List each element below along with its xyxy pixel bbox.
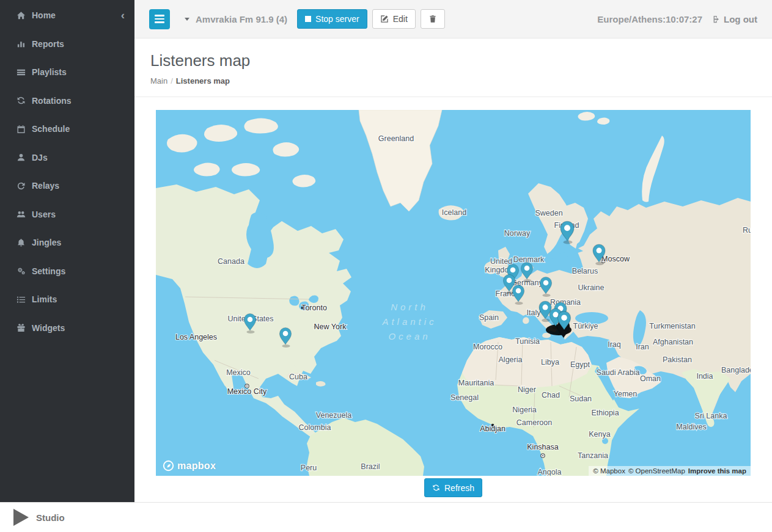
divider <box>134 97 772 97</box>
sidebar-item-label: Home <box>32 10 56 20</box>
map-label: Belarus <box>572 267 598 275</box>
map-label: Maldives <box>676 423 706 431</box>
osm-attribution-link[interactable]: © OpenStreetMap <box>628 467 685 475</box>
map-label: Sudan <box>570 395 592 403</box>
sidebar-item-relays[interactable]: Relays <box>0 172 134 200</box>
home-icon <box>17 11 26 20</box>
map-label: Algeria <box>499 355 523 364</box>
sidebar-menu: Home‹ReportsPlaylistsRotationsScheduleDJ… <box>0 0 134 342</box>
map-label: Bangladesh <box>721 366 751 374</box>
map-label: Iran <box>636 343 649 351</box>
map-label: Sweden <box>535 209 562 217</box>
ocean-label: Ocean <box>388 331 430 341</box>
edit-icon <box>380 15 389 23</box>
refresh-button[interactable]: Refresh <box>424 478 482 497</box>
station-name: Amvrakia Fm 91.9 (4) <box>196 14 287 24</box>
sidebar-item-jingles[interactable]: Jingles <box>0 228 134 257</box>
sidebar-item-home[interactable]: Home‹ <box>0 1 134 30</box>
topbar-right: Europe/Athens:10:07:27 Log out <box>597 14 757 24</box>
mapbox-logo-icon <box>163 460 174 472</box>
refresh-icon <box>432 484 440 492</box>
map-label: Canada <box>218 257 244 266</box>
map-label: Ru <box>743 226 751 235</box>
calendar-icon <box>17 125 26 134</box>
bell-icon <box>17 238 26 247</box>
pin-shadow <box>524 279 532 282</box>
map-label: Spain <box>479 313 499 322</box>
map-city-label: Moscow <box>601 255 630 263</box>
breadcrumb-separator: / <box>171 76 173 86</box>
sidebar-item-limits[interactable]: Limits <box>0 285 134 314</box>
map-attribution: © Mapbox © OpenStreetMap Improve this ma… <box>589 466 751 476</box>
map-label: Tanzania <box>578 451 608 460</box>
menu-toggle-button[interactable] <box>149 9 170 29</box>
capital-dot <box>542 455 543 456</box>
listeners-map[interactable]: CanadaUnited StatesMexicoCubaVenezuelaCo… <box>156 110 751 476</box>
sidebar-item-label: Playlists <box>32 67 67 77</box>
sidebar-item-djs[interactable]: DJs <box>0 144 134 172</box>
breadcrumb-main-link[interactable]: Main <box>150 76 167 86</box>
edit-button[interactable]: Edit <box>372 9 416 29</box>
breadcrumb: Main/Listeners map <box>150 76 772 86</box>
user-icon <box>17 153 26 162</box>
sidebar-item-reports[interactable]: Reports <box>0 30 134 59</box>
studio-label: Studio <box>36 512 65 523</box>
gears-icon <box>17 266 26 275</box>
map-label: Oman <box>640 374 661 383</box>
map-label: Mauritania <box>458 379 494 387</box>
map-label: Iceland <box>442 208 466 217</box>
sidebar: Home‹ReportsPlaylistsRotationsScheduleDJ… <box>0 0 134 502</box>
listeners-map-canvas[interactable]: CanadaUnited StatesMexicoCubaVenezuelaCo… <box>156 110 751 476</box>
collapse-chevron-icon[interactable]: ‹ <box>121 11 125 20</box>
sidebar-item-schedule[interactable]: Schedule <box>0 115 134 144</box>
sidebar-item-label: Limits <box>32 294 57 304</box>
map-city-label: Abidjan <box>480 425 505 433</box>
map-label: Cuba <box>289 373 307 381</box>
improve-map-link[interactable]: Improve this map <box>688 467 746 475</box>
mapbox-logo[interactable]: mapbox <box>163 460 216 472</box>
caret-down-icon <box>185 18 189 21</box>
pin-shadow <box>595 262 604 265</box>
mapbox-attribution-link[interactable]: © Mapbox <box>593 467 625 475</box>
sidebar-item-label: Rotations <box>32 96 72 106</box>
map-label: Brazil <box>361 462 380 471</box>
map-label: India <box>696 372 713 381</box>
sidebar-item-rotations[interactable]: Rotations <box>0 87 134 115</box>
capital-dot <box>246 385 248 387</box>
map-label: Niger <box>518 385 536 394</box>
map-label: Iraq <box>608 340 621 349</box>
map-label: Angola <box>538 468 562 476</box>
map-label: Tunisia <box>515 337 540 346</box>
ocean-label: North <box>391 302 428 312</box>
sidebar-item-playlists[interactable]: Playlists <box>0 58 134 87</box>
play-icon[interactable] <box>13 509 29 526</box>
map-label: Cameroon <box>517 418 552 427</box>
trash-icon <box>428 15 437 23</box>
main-area: Amvrakia Fm 91.9 (4) Stop server Edit Eu… <box>134 0 772 502</box>
map-city-label: Kinshasa <box>527 443 558 451</box>
sidebar-item-widgets[interactable]: Widgets <box>0 314 134 343</box>
bar-chart-icon <box>17 39 26 48</box>
sidebar-item-settings[interactable]: Settings <box>0 257 134 286</box>
map-label: Greenland <box>378 134 414 143</box>
stop-server-button[interactable]: Stop server <box>297 9 367 29</box>
delete-button[interactable] <box>421 9 445 29</box>
map-city-label: Toronto <box>301 304 327 312</box>
map-label: Yemen <box>614 390 638 398</box>
sidebar-item-label: Users <box>32 210 56 219</box>
station-selector[interactable]: Amvrakia Fm 91.9 (4) <box>185 14 287 24</box>
map-label: Egypt <box>570 360 590 369</box>
ocean-label: Atlantic <box>381 316 436 327</box>
map-label: Afghanistan <box>653 338 693 346</box>
logout-link[interactable]: Log out <box>710 14 757 24</box>
page-title: Listeners map <box>150 51 772 70</box>
map-label: Senegal <box>450 393 479 402</box>
sidebar-item-users[interactable]: Users <box>0 200 134 229</box>
relay-icon <box>17 181 26 191</box>
stop-icon <box>305 16 311 22</box>
pin-shadow <box>564 241 573 244</box>
refresh-row: Refresh <box>156 478 751 497</box>
map-label: Kenya <box>589 430 610 439</box>
sidebar-item-label: Relays <box>32 181 59 191</box>
pin-shadow <box>282 344 290 348</box>
